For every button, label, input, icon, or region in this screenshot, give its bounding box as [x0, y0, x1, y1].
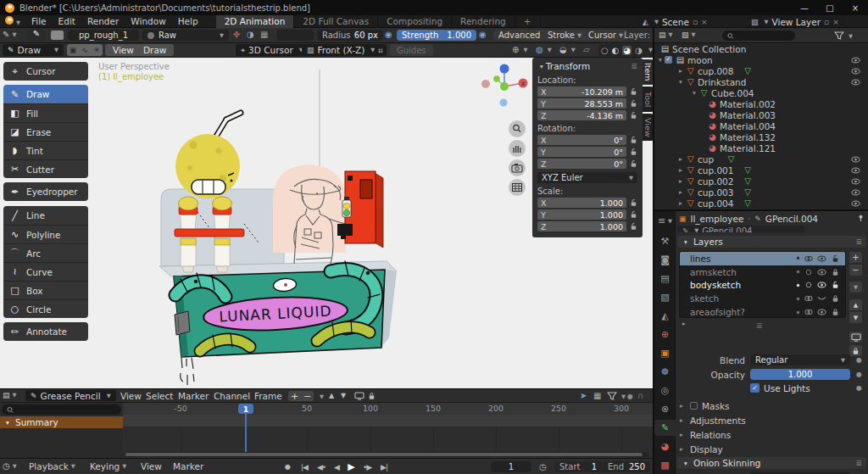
- pan-hand-button[interactable]: [509, 140, 526, 157]
- eye-icon[interactable]: [817, 309, 826, 315]
- material-mode-dropdown[interactable]: Raw▼: [142, 30, 229, 41]
- preview-range-icon[interactable]: ◷: [539, 462, 547, 471]
- cursor-dropdown[interactable]: Cursor▼: [583, 30, 628, 41]
- move-layer-up-button[interactable]: ▲: [849, 298, 863, 311]
- ds-menu-select[interactable]: Select: [146, 389, 173, 403]
- current-frame-badge[interactable]: 1: [238, 404, 253, 414]
- menu-render[interactable]: Render: [81, 15, 125, 28]
- jump-to-end-button[interactable]: ▶|: [376, 461, 392, 472]
- lock-layers-icon[interactable]: [368, 392, 376, 400]
- summary-channel[interactable]: ▾Summary: [0, 416, 123, 428]
- radius-field[interactable]: Radius 60 px: [317, 30, 383, 41]
- frame-start-field[interactable]: Start1: [554, 461, 602, 472]
- lock-icon[interactable]: [630, 222, 637, 231]
- filter-funnel-icon[interactable]: [834, 31, 844, 40]
- panel-masks[interactable]: ▸Masks: [677, 399, 730, 412]
- scene-selector[interactable]: ◭▼ Scene ▫ ×: [637, 16, 713, 27]
- expand-icon[interactable]: ▾: [656, 56, 665, 64]
- outliner-search[interactable]: [722, 31, 795, 41]
- outliner-row-material121[interactable]: ◕Material.121: [654, 142, 868, 153]
- close-button[interactable]: ×: [843, 0, 868, 15]
- visibility-eye-icon[interactable]: [851, 57, 860, 64]
- ds-menu-frame[interactable]: Frame: [254, 389, 282, 403]
- outliner-row-material003[interactable]: ◕Material.003: [654, 109, 868, 120]
- outliner-row-material132[interactable]: ◕Material.132: [654, 131, 868, 142]
- lock-icon[interactable]: [832, 294, 839, 303]
- strength-pressure-icon[interactable]: ◉: [479, 30, 487, 39]
- radius-pressure-icon[interactable]: ◉: [385, 30, 392, 39]
- editor-type-button[interactable]: ▤▼: [659, 31, 673, 39]
- horizontal-scrollbar[interactable]: [125, 452, 648, 457]
- show-gizmo-dropdown[interactable]: ⊕▼: [512, 45, 527, 54]
- drawing-plane-dropdown[interactable]: ▥ Front (X-Z)▼: [302, 44, 380, 56]
- tool-arc[interactable]: ⌒Arc: [3, 243, 88, 262]
- layer-row-areaofsight[interactable]: areaofsight?: [680, 305, 845, 318]
- tab-tool[interactable]: ⚒: [654, 233, 676, 249]
- tab-scene[interactable]: ◭: [654, 308, 676, 324]
- outliner-row-cup008[interactable]: ▸▽cup.008▽: [654, 65, 868, 76]
- sidebar-tab-tool[interactable]: Tool: [643, 86, 653, 112]
- layer-extras-dropdown[interactable]: ▼: [320, 393, 324, 400]
- unlock-icon[interactable]: [832, 281, 839, 289]
- lock-icon[interactable]: [832, 268, 839, 276]
- delete-scene-icon[interactable]: ×: [701, 18, 708, 26]
- expand-icon[interactable]: ▸: [676, 199, 685, 207]
- move-layer-down-icon[interactable]: ▼: [341, 392, 346, 399]
- menu-file[interactable]: File: [25, 15, 53, 28]
- onion-skinning-panel-header[interactable]: ▾Onion Skinning≣: [677, 457, 866, 469]
- lock-icon[interactable]: [630, 136, 637, 144]
- active-tool-dropdown[interactable]: ✎ Draw▼: [3, 44, 64, 56]
- jump-to-start-button[interactable]: |◀: [297, 461, 312, 472]
- outliner-search-input[interactable]: [737, 31, 790, 41]
- layer-row-bodysketch[interactable]: bodysketch: [680, 279, 845, 293]
- outliner-row-cup002[interactable]: ▸▽cup.002▽: [654, 176, 868, 187]
- animate-dot[interactable]: ●: [856, 384, 862, 392]
- tab-output[interactable]: ▤: [654, 270, 676, 287]
- xray-dropdown[interactable]: ◒▼: [559, 45, 576, 54]
- falloff-icon[interactable]: ◑: [247, 30, 254, 39]
- delete-view-layer-icon[interactable]: ×: [832, 18, 839, 26]
- rotation-z-field[interactable]: Z0°: [537, 159, 626, 169]
- dopesheet-mode-dropdown[interactable]: ✎Grease Pencil▼: [25, 390, 116, 401]
- workspace-tab-add[interactable]: +: [515, 15, 541, 28]
- gizmo-y-axis[interactable]: [493, 75, 500, 82]
- outliner-row-moon[interactable]: ▾✓▤moon: [654, 54, 868, 65]
- editor-type-button[interactable]: ◷▼: [3, 461, 17, 471]
- lock-icon[interactable]: [630, 148, 637, 156]
- visibility-eye-icon[interactable]: [851, 79, 860, 86]
- isolate-layer-button[interactable]: [849, 331, 863, 343]
- gizmo-z-axis[interactable]: [500, 64, 509, 74]
- brush-icon[interactable]: ✎: [27, 29, 46, 42]
- texture-icon[interactable]: ▦: [260, 30, 268, 39]
- ds-menu-channel[interactable]: Channel: [214, 389, 250, 403]
- outliner-row-cup004[interactable]: ▸▽cup.004▽: [654, 198, 868, 209]
- scale-y-field[interactable]: Y1.000: [537, 209, 626, 220]
- editor-type-button[interactable]: ≡▼: [654, 213, 676, 229]
- breadcrumb-object[interactable]: ll_employee: [691, 214, 744, 224]
- tool-erase[interactable]: ◪Erase: [3, 122, 88, 141]
- tl-menu-view[interactable]: View: [141, 459, 162, 474]
- collection-checkbox[interactable]: ✓: [665, 56, 672, 64]
- gizmo-2d-cursor-dot[interactable]: [500, 99, 508, 107]
- expand-icon[interactable]: ▸: [676, 166, 685, 174]
- panel-relations[interactable]: ▸Relations: [677, 428, 731, 441]
- tab-object[interactable]: ▣: [654, 345, 676, 361]
- extra-field[interactable]: [276, 30, 314, 41]
- eye-icon[interactable]: [817, 269, 826, 276]
- display-mode-dropdown[interactable]: ▧▼: [682, 31, 696, 39]
- lock-icon[interactable]: [832, 308, 839, 316]
- proportional-dot-icon[interactable]: ●: [627, 393, 633, 400]
- dopesheet-track-area[interactable]: -50 50 100 150 200 250 300 1: [123, 403, 653, 459]
- tool-eyedropper[interactable]: ✒Eyedropper: [3, 182, 88, 201]
- breadcrumb-data[interactable]: GPencil.004: [765, 214, 818, 224]
- filter-funnel-icon[interactable]: [607, 392, 617, 400]
- shading-rendered-icon[interactable]: ◑: [635, 46, 643, 55]
- transform-panel-header[interactable]: ▾Transform≣: [537, 60, 637, 72]
- previous-keyframe-button[interactable]: ◀•: [314, 461, 329, 472]
- xray-toggle-icon[interactable]: ▱: [583, 45, 590, 54]
- tool-fill[interactable]: ◧Fill: [3, 103, 88, 122]
- panel-adjustments[interactable]: ▸Adjustments: [677, 414, 746, 427]
- next-keyframe-button[interactable]: •▶: [359, 461, 375, 472]
- sidebar-tab-view[interactable]: View: [643, 114, 653, 141]
- location-z-field[interactable]: Z-4.136 m: [537, 110, 626, 120]
